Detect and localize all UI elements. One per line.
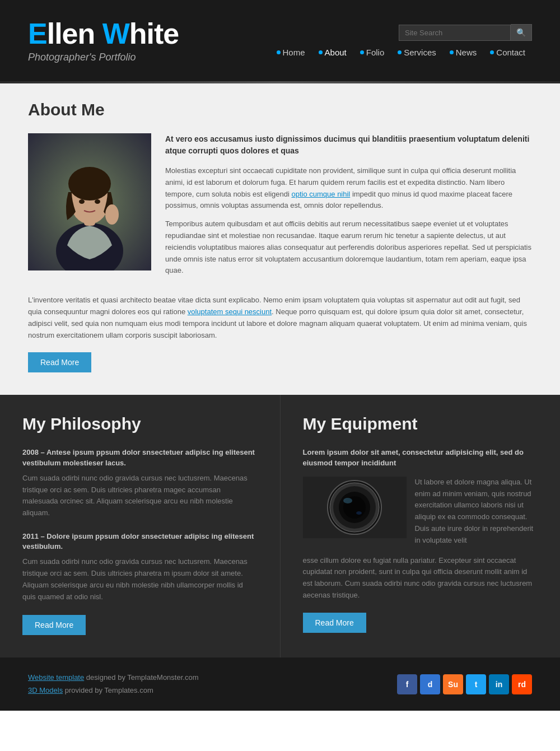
- about-link2[interactable]: voluptatem sequi nesciunt: [188, 307, 272, 316]
- search-button[interactable]: 🔍: [511, 24, 532, 41]
- philosophy-title: My Philosophy: [22, 414, 258, 433]
- about-text: At vero eos accusamus iusto dignissimos …: [165, 133, 532, 283]
- nav-dot-home: [277, 50, 281, 54]
- timeline-year-1: 2008 – Antese ipsum ppsum dolor snsectet…: [22, 447, 258, 468]
- main-nav: Home About Folio Services News Contact: [270, 48, 532, 57]
- philosophy-read-more-button[interactable]: Read More: [22, 615, 86, 635]
- about-para1: Molestias excepturi sint occaecati cupid…: [165, 165, 532, 212]
- nav-folio[interactable]: Folio: [353, 48, 391, 57]
- dark-section: My Philosophy 2008 – Antese ipsum ppsum …: [0, 395, 560, 657]
- svg-point-15: [356, 511, 362, 515]
- footer-line1: Website template designed by TemplateMon…: [28, 671, 198, 684]
- footer-line2: 3D Models provided by Templates.com: [28, 684, 198, 697]
- timeline-item-1: 2008 – Antese ipsum ppsum dolor snsectet…: [22, 447, 258, 519]
- portrait-image: [28, 133, 151, 270]
- about-section: At vero eos accusamus iusto dignissimos …: [28, 133, 532, 283]
- timeline-text-1: Cum suada odirbi nunc odio gravida cursu…: [22, 473, 258, 519]
- nav-home[interactable]: Home: [270, 48, 312, 57]
- delicious-icon[interactable]: d: [420, 674, 440, 694]
- search-input[interactable]: [399, 25, 511, 41]
- nav-label-folio: Folio: [366, 48, 385, 57]
- nav-dot-folio: [360, 50, 364, 54]
- footer-provided-by: provided by Templates.com: [63, 686, 153, 694]
- twitter-icon[interactable]: t: [466, 674, 486, 694]
- about-image: [28, 133, 151, 270]
- nav-dot-about: [319, 50, 323, 54]
- svg-point-6: [95, 199, 100, 204]
- svg-point-5: [79, 199, 85, 204]
- logo-w: W: [102, 17, 129, 50]
- about-read-more-button[interactable]: Read More: [28, 352, 91, 372]
- nav-label-news: News: [456, 48, 477, 57]
- social-icons: f d Su t in rd: [397, 674, 532, 694]
- philosophy-column: My Philosophy 2008 – Antese ipsum ppsum …: [0, 395, 281, 657]
- nav-dot-services: [398, 50, 402, 54]
- equipment-subtitle: Lorem ipsum dolor sit amet, consectetur …: [303, 447, 538, 468]
- stumbleupon-icon[interactable]: Su: [443, 674, 463, 694]
- footer-models-link[interactable]: 3D Models: [28, 686, 63, 694]
- timeline-text-2: Cum suada odirbi nunc odio gravida cursu…: [22, 556, 258, 603]
- equipment-full-text: esse cillum dolore eu fugiat nulla paria…: [303, 555, 538, 601]
- about-intro-bold: At vero eos accusamus iusto dignissimos …: [165, 133, 532, 157]
- equipment-column: My Equipment Lorem ipsum dolor sit amet,…: [281, 395, 561, 657]
- nav-news[interactable]: News: [443, 48, 484, 57]
- footer: Website template designed by TemplateMon…: [0, 657, 560, 710]
- about-full-text: L'inventore veritatis et quasi architect…: [28, 295, 532, 341]
- footer-designed-by: designed by TemplateMonster.com: [84, 673, 198, 682]
- nav-contact[interactable]: Contact: [483, 48, 532, 57]
- about-me-title: About Me: [28, 100, 532, 119]
- header: Ellen White Photographer's Portfolio 🔍 H…: [0, 0, 560, 81]
- svg-point-14: [343, 498, 352, 503]
- logo: Ellen White Photographer's Portfolio: [28, 18, 179, 63]
- logo-hite: hite: [129, 17, 179, 50]
- logo-llen: llen: [47, 17, 102, 50]
- logo-subtitle: Photographer's Portfolio: [28, 52, 179, 63]
- logo-title: Ellen White: [28, 18, 179, 50]
- header-right: 🔍 Home About Folio Services News: [270, 24, 532, 57]
- footer-links: Website template designed by TemplateMon…: [28, 671, 198, 696]
- about-para2: Temporibus autem quibusdam et aut offici…: [165, 218, 532, 277]
- footer-template-link[interactable]: Website template: [28, 673, 84, 682]
- search-bar: 🔍: [399, 24, 532, 41]
- facebook-icon[interactable]: f: [397, 674, 417, 694]
- timeline-year-2: 2011 – Dolore ipsum ppsum dolor snsectet…: [22, 531, 258, 552]
- equipment-desc-right: Ut labore et dolore magna aliqua. Ut eni…: [415, 477, 538, 547]
- camera-lens-svg: [303, 477, 407, 538]
- nav-dot-contact: [490, 50, 494, 54]
- reddit-icon[interactable]: rd: [512, 674, 532, 694]
- nav-dot-news: [450, 50, 454, 54]
- timeline-item-2: 2011 – Dolore ipsum ppsum dolor snsectet…: [22, 531, 258, 603]
- about-link1[interactable]: optio cumque nihil: [291, 190, 350, 198]
- nav-label-services: Services: [404, 48, 436, 57]
- nav-services[interactable]: Services: [391, 48, 443, 57]
- main-content: About Me: [0, 83, 560, 395]
- linkedin-icon[interactable]: in: [489, 674, 509, 694]
- svg-point-7: [105, 204, 119, 225]
- equipment-content: Ut labore et dolore magna aliqua. Ut eni…: [303, 477, 538, 547]
- nav-about[interactable]: About: [312, 48, 353, 57]
- nav-label-contact: Contact: [496, 48, 525, 57]
- equipment-read-more-button[interactable]: Read More: [303, 613, 366, 633]
- logo-e: E: [28, 17, 47, 50]
- nav-label-home: Home: [283, 48, 305, 57]
- equipment-title: My Equipment: [303, 414, 538, 433]
- svg-point-4: [68, 167, 111, 200]
- nav-label-about: About: [325, 48, 347, 57]
- equipment-image: [303, 477, 407, 538]
